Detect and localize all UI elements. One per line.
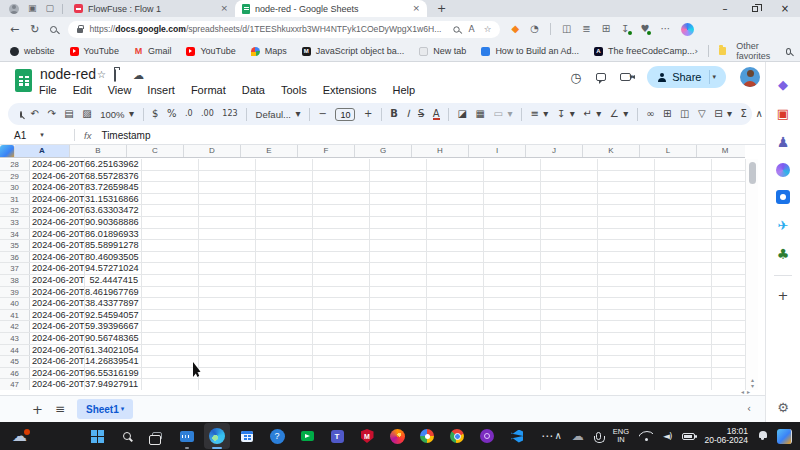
cell-value[interactable]: 90.56748365: [85, 333, 142, 344]
borders-icon[interactable]: ▦: [476, 109, 485, 119]
cell-value[interactable]: 90.90368886: [85, 217, 142, 228]
share-button[interactable]: Share ▾: [647, 66, 726, 88]
empty-cells[interactable]: [142, 298, 745, 309]
taskbar-app-mcafee[interactable]: [354, 423, 380, 449]
get-add-ons-icon[interactable]: +: [778, 289, 789, 302]
address-bar[interactable]: https://docs.google.com/spreadsheets/d/1…: [68, 21, 500, 38]
tab-actions-icon[interactable]: ▢: [46, 4, 55, 13]
camera-app-icon[interactable]: [776, 190, 790, 204]
bookmark-item[interactable]: website: [10, 46, 55, 56]
copilot-icon[interactable]: [681, 23, 694, 36]
language-indicator[interactable]: ENG IN: [613, 428, 629, 444]
cell-value[interactable]: 68.55728376: [85, 171, 142, 182]
cell-value[interactable]: 38.43377897: [85, 298, 142, 309]
split-screen-icon[interactable]: ◫: [562, 24, 571, 34]
row-number[interactable]: 35: [0, 240, 30, 251]
cell-timestamp[interactable]: 2024-06-20T12:2: [30, 333, 85, 344]
cell-value[interactable]: 59.39396667: [85, 321, 142, 332]
menu-view[interactable]: View: [108, 84, 132, 96]
row-number[interactable]: 36: [0, 252, 30, 263]
downloads-icon[interactable]: ↧: [621, 24, 629, 34]
onedrive-icon[interactable]: ☁: [572, 430, 584, 442]
cell-timestamp[interactable]: 2024-06-20T12:2: [30, 205, 85, 216]
favorites-hub-icon[interactable]: ≣: [582, 24, 590, 34]
read-aloud-icon[interactable]: A: [469, 25, 475, 34]
empty-cells[interactable]: [142, 379, 745, 390]
column-header-E[interactable]: E: [241, 145, 298, 157]
browser-tab-flowfuse[interactable]: FlowFuse : Flow 1 ×: [67, 0, 235, 17]
cell-timestamp[interactable]: 2024-06-20T12:2: [30, 171, 85, 182]
undo-icon[interactable]: ↶: [31, 109, 39, 119]
empty-cells[interactable]: [142, 345, 745, 356]
empty-cells[interactable]: [142, 182, 745, 193]
column-header-L[interactable]: L: [640, 145, 697, 157]
menu-extensions[interactable]: Extensions: [323, 84, 377, 96]
empty-cells[interactable]: [142, 252, 745, 263]
empty-cells[interactable]: [142, 263, 745, 274]
taskbar-app-meet[interactable]: [294, 423, 320, 449]
scrollbar-thumb[interactable]: [749, 162, 756, 184]
bookmark-item[interactable]: YouTube: [70, 46, 119, 56]
empty-cells[interactable]: [142, 194, 745, 205]
cell-timestamp[interactable]: 2024-06-20T12:2: [30, 356, 85, 367]
row-number[interactable]: 43: [0, 333, 30, 344]
bookmark-item[interactable]: AThe freeCodeCamp...: [594, 46, 695, 56]
swirl-icon[interactable]: [776, 163, 790, 177]
taskbar-app-teams[interactable]: [324, 423, 350, 449]
close-tab-icon[interactable]: ×: [220, 4, 228, 13]
redo-icon[interactable]: ↷: [47, 109, 55, 119]
url-text[interactable]: https://docs.google.com/spreadsheets/d/1…: [89, 24, 446, 34]
back-icon[interactable]: ←: [10, 24, 19, 35]
taskbar-app-photos[interactable]: [414, 423, 440, 449]
star-document-icon[interactable]: ☆: [97, 70, 106, 80]
taskbar-app-help[interactable]: [264, 423, 290, 449]
favorite-star-icon[interactable]: ☆: [484, 25, 492, 34]
column-header-C[interactable]: C: [127, 145, 184, 157]
text-color-icon[interactable]: A: [433, 109, 440, 120]
print-icon[interactable]: ▤: [64, 109, 73, 119]
cell-timestamp[interactable]: 2024-06-20T12:2: [30, 217, 85, 228]
profile-avatar-icon[interactable]: [9, 4, 19, 14]
close-tab-icon[interactable]: ×: [412, 4, 420, 13]
metamask-icon[interactable]: ◆: [511, 24, 519, 34]
empty-cells[interactable]: [142, 333, 745, 344]
taskbar-app-store[interactable]: [234, 423, 260, 449]
row-number[interactable]: 29: [0, 171, 30, 182]
column-header-H[interactable]: H: [412, 145, 469, 157]
workspaces-icon[interactable]: ▣: [28, 4, 37, 13]
decrease-font-icon[interactable]: −: [319, 109, 327, 119]
taskbar-app-purple-app[interactable]: [474, 423, 500, 449]
cell-timestamp[interactable]: 2024-06-20T12:2: [30, 321, 85, 332]
tree-icon[interactable]: [775, 246, 791, 262]
taskbar-app-edge[interactable]: [204, 423, 230, 449]
cell-timestamp[interactable]: 2024-06-20T12:2: [30, 182, 85, 193]
row-number[interactable]: 37: [0, 263, 30, 274]
bold-icon[interactable]: B: [390, 109, 398, 119]
cell-timestamp[interactable]: 2024-06-20T12:2: [30, 298, 85, 309]
taskbar-app-vscode[interactable]: [504, 423, 530, 449]
zoom-out-icon[interactable]: [453, 26, 459, 32]
clock[interactable]: 18:01 20-06-2024: [705, 427, 748, 446]
empty-cells[interactable]: [142, 356, 745, 367]
menu-data[interactable]: Data: [242, 84, 265, 96]
row-number[interactable]: 42: [0, 321, 30, 332]
comments-icon[interactable]: [596, 73, 606, 81]
empty-cells[interactable]: [142, 287, 745, 298]
sheets-logo-icon[interactable]: [15, 69, 32, 92]
cell-timestamp[interactable]: 2024-06-20T12:2: [30, 275, 85, 286]
empty-cells[interactable]: [142, 240, 745, 251]
cell-timestamp[interactable]: 2024-06-20T12:2: [30, 310, 85, 321]
currency-format-icon[interactable]: $: [152, 109, 158, 119]
taskbar-app-taskview[interactable]: [144, 423, 170, 449]
add-sheet-icon[interactable]: +: [32, 403, 43, 416]
show-desktop-widget-icon[interactable]: [777, 429, 792, 444]
create-filter-icon[interactable]: ▽: [698, 109, 706, 119]
empty-cells[interactable]: [142, 368, 745, 379]
row-number[interactable]: 39: [0, 287, 30, 298]
bookmark-item[interactable]: MGmail: [134, 46, 172, 56]
taskbar-app-chrome[interactable]: [444, 423, 470, 449]
row-number[interactable]: 38: [0, 275, 30, 286]
merge-cells-icon[interactable]: ▭: [493, 109, 502, 119]
document-title[interactable]: node-red: [40, 66, 96, 82]
cell-value[interactable]: 94.57271024: [85, 263, 142, 274]
